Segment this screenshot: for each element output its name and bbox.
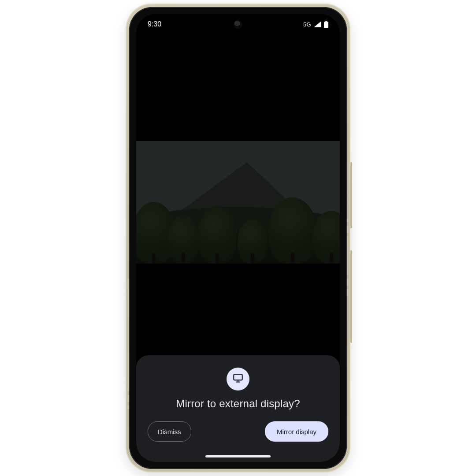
mirror-dialog-sheet: Mirror to external display? Dismiss Mirr… <box>136 355 340 462</box>
monitor-icon-badge <box>227 368 249 390</box>
front-camera <box>234 20 242 29</box>
screen-content: 9:30 5G <box>136 14 340 462</box>
svg-rect-1 <box>324 22 328 28</box>
monitor-icon <box>232 372 244 386</box>
svg-rect-2 <box>234 374 242 380</box>
status-time: 9:30 <box>148 20 161 28</box>
dismiss-button[interactable]: Dismiss <box>148 421 191 442</box>
stage: 9:30 5G <box>0 0 476 476</box>
battery-icon <box>324 21 328 28</box>
phone-bezel: 9:30 5G <box>129 7 347 469</box>
status-right: 5G <box>303 21 328 28</box>
phone-frame: 9:30 5G <box>126 4 350 472</box>
gesture-nav-bar[interactable] <box>205 455 271 457</box>
network-label: 5G <box>303 21 311 28</box>
svg-rect-0 <box>325 21 327 22</box>
mirror-display-button[interactable]: Mirror display <box>265 421 328 442</box>
dialog-title: Mirror to external display? <box>144 398 332 410</box>
phone-screen: 9:30 5G <box>136 14 340 462</box>
signal-icon <box>314 21 321 27</box>
dialog-button-row: Dismiss Mirror display <box>144 421 332 442</box>
